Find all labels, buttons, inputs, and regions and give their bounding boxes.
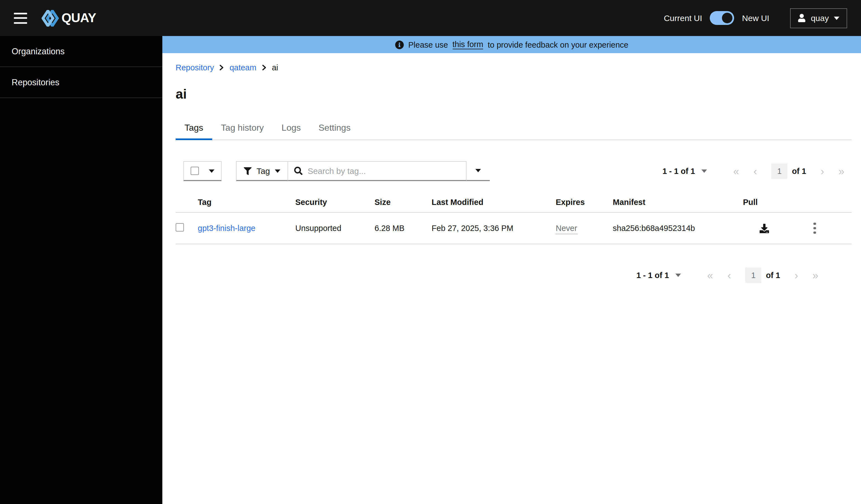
user-icon [798, 14, 806, 22]
new-ui-label: New UI [742, 13, 769, 23]
pagination-bottom: 1 - 1 of 1 « ‹ of 1 › » [636, 267, 825, 283]
bulk-select-dropdown[interactable] [183, 161, 222, 181]
tab-tags[interactable]: Tags [176, 119, 212, 140]
info-icon [395, 40, 404, 49]
pagination-summary: 1 - 1 of 1 [636, 271, 669, 280]
caret-down-icon [475, 169, 481, 172]
last-modified-cell: Feb 27, 2025, 3:36 PM [432, 212, 556, 244]
column-header-manifest: Manifest [613, 193, 743, 212]
ui-toggle-switch[interactable] [710, 11, 734, 25]
caret-down-icon [676, 274, 681, 277]
app-window: QUAY Current UI New UI quay Organization… [0, 0, 861, 504]
brand-name: QUAY [62, 11, 96, 26]
search-box [288, 161, 466, 181]
caret-down-icon [702, 169, 707, 173]
sidebar-item-label: Repositories [12, 77, 59, 87]
filter-label: Tag [257, 166, 270, 176]
pagination-last-icon[interactable]: » [812, 270, 818, 281]
breadcrumb-current: ai [272, 63, 278, 72]
pagination-prev-icon[interactable]: ‹ [753, 166, 757, 177]
pagination-next-icon[interactable]: › [821, 166, 824, 177]
size-cell: 6.28 MB [374, 212, 432, 244]
column-header-pull: Pull [743, 193, 810, 212]
tab-tag-history[interactable]: Tag history [212, 119, 273, 140]
pagination-next-icon[interactable]: › [794, 270, 798, 281]
sidebar-item-repositories[interactable]: Repositories [0, 67, 162, 98]
switch-knob-icon [722, 13, 733, 23]
search-input[interactable] [308, 166, 460, 176]
table-row: gpt3-finish-large Unsupported 6.28 MB Fe… [176, 212, 851, 244]
page-number-input[interactable] [771, 163, 788, 179]
menu-icon[interactable] [14, 12, 27, 24]
pagination-of-label: of 1 [792, 167, 806, 176]
page-title: ai [176, 86, 851, 102]
per-page-dropdown[interactable]: 1 - 1 of 1 [662, 167, 707, 176]
user-menu-dropdown[interactable]: quay [790, 8, 847, 28]
username: quay [811, 13, 829, 23]
pagination-summary: 1 - 1 of 1 [662, 167, 695, 176]
banner-text-suffix: to provide feedback on your experience [488, 40, 628, 49]
tags-table: Tag Security Size Last Modified Expires … [176, 193, 851, 244]
filter-dropdown[interactable]: Tag [236, 161, 288, 181]
kebab-icon[interactable] [810, 221, 819, 236]
filter-icon [244, 167, 251, 175]
per-page-dropdown[interactable]: 1 - 1 of 1 [636, 271, 681, 280]
tags-toolbar: Tag [176, 161, 851, 181]
pagination-top: 1 - 1 of 1 « ‹ of 1 › » [662, 163, 851, 179]
column-header-last-modified: Last Modified [432, 193, 556, 212]
filter-search-group: Tag [236, 161, 490, 181]
search-expand-dropdown[interactable] [466, 161, 490, 181]
breadcrumb-chevron-icon [262, 65, 266, 70]
masthead: QUAY Current UI New UI quay [0, 0, 861, 36]
breadcrumb-chevron-icon [220, 65, 224, 70]
column-header-size: Size [374, 193, 432, 212]
tag-name-link[interactable]: gpt3-finish-large [198, 224, 256, 233]
manifest-cell: sha256:b68a4952314b [613, 212, 743, 244]
tab-bar: Tags Tag history Logs Settings [176, 119, 851, 140]
pull-button[interactable] [743, 223, 769, 233]
tab-logs[interactable]: Logs [273, 119, 310, 140]
pagination-first-icon[interactable]: « [733, 166, 739, 177]
column-header-tag: Tag [198, 193, 295, 212]
column-header-expires: Expires [556, 193, 613, 212]
brand-logo-icon [42, 10, 59, 26]
caret-down-icon [209, 169, 215, 172]
brand-logo[interactable]: QUAY [42, 10, 96, 26]
row-select-checkbox[interactable] [176, 223, 184, 232]
current-ui-label: Current UI [664, 13, 702, 23]
feedback-form-link[interactable]: this form [452, 40, 483, 49]
pagination-last-icon[interactable]: » [838, 166, 844, 177]
page-content: Repository qateam ai ai Tags Tag history [162, 53, 861, 283]
tab-settings[interactable]: Settings [310, 119, 359, 140]
main-panel: Please use this form to provide feedback… [162, 36, 861, 504]
table-header-row: Tag Security Size Last Modified Expires … [176, 193, 851, 212]
column-header-select [176, 193, 198, 212]
pagination-bottom-row: 1 - 1 of 1 « ‹ of 1 › » [176, 267, 851, 283]
column-header-security: Security [295, 193, 374, 212]
feedback-banner: Please use this form to provide feedback… [162, 36, 861, 53]
pagination-of-label: of 1 [766, 271, 780, 280]
download-icon [760, 223, 769, 233]
page-number-input[interactable] [746, 267, 762, 283]
sidebar-item-label: Organizations [12, 46, 65, 56]
caret-down-icon [275, 169, 281, 172]
banner-text-prefix: Please use [408, 40, 448, 49]
column-header-actions [810, 193, 851, 212]
pagination-prev-icon[interactable]: ‹ [727, 270, 731, 281]
expires-cell: Never [556, 224, 577, 234]
pagination-controls: « ‹ of 1 › » [726, 163, 851, 179]
pagination-controls: « ‹ of 1 › » [700, 267, 825, 283]
pagination-first-icon[interactable]: « [707, 270, 713, 281]
breadcrumb-qateam-link[interactable]: qateam [230, 63, 257, 72]
sidebar-item-organizations[interactable]: Organizations [0, 36, 162, 67]
caret-down-icon [834, 16, 839, 20]
security-cell: Unsupported [295, 212, 374, 244]
masthead-actions: Current UI New UI quay [664, 8, 847, 28]
search-icon [294, 167, 302, 175]
sidebar-nav: Organizations Repositories [0, 36, 162, 504]
breadcrumb-repository-link[interactable]: Repository [176, 63, 214, 72]
breadcrumb: Repository qateam ai [176, 63, 851, 72]
bulk-select-checkbox[interactable] [191, 167, 199, 175]
